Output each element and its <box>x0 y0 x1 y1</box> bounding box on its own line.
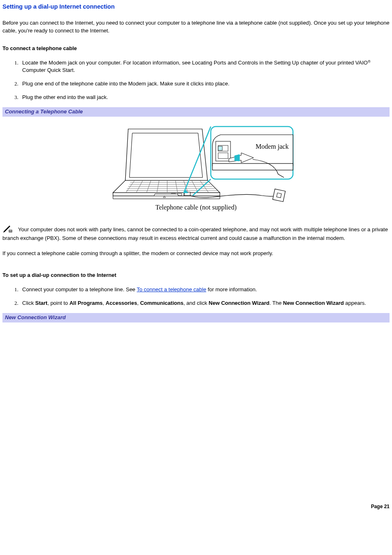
figure-1-caption: Connecting a Telephone Cable <box>2 107 390 117</box>
step2-2: Click Start, point to All Programs, Acce… <box>20 299 390 307</box>
step-3: Plug the other end into the wall jack. <box>20 94 390 101</box>
svg-rect-35 <box>277 193 281 198</box>
steps-connect-cable: Locate the Modem jack on your computer. … <box>2 59 390 101</box>
figure-label-modem: Modem jack <box>256 143 288 150</box>
s22-b2: All Programs <box>69 300 103 306</box>
svg-marker-20 <box>129 133 203 177</box>
note-icon <box>2 225 12 235</box>
step2-1: Connect your computer to a telephone lin… <box>20 286 390 294</box>
svg-marker-22 <box>113 196 220 199</box>
step2-1-pre: Connect your computer to a telephone lin… <box>22 286 137 292</box>
s22-p1: Click <box>22 300 35 306</box>
note-paragraph-1: Your computer does not work with party l… <box>2 225 390 243</box>
s22-p5: , and click <box>183 300 208 306</box>
page-title: Setting up a dial-up Internet connection <box>2 2 390 11</box>
s22-p4: , <box>137 300 140 306</box>
note-paragraph-2: If you connect a telephone cable coming … <box>2 250 390 258</box>
step-2: Plug one end of the telephone cable into… <box>20 80 390 88</box>
svg-rect-30 <box>218 153 228 159</box>
step-1: Locate the Modem jack on your computer. … <box>20 59 390 75</box>
subhead-setup-dialup: To set up a dial-up connection to the In… <box>2 272 390 279</box>
figure-1-illustration: Modem jack Telephone cable (not supplied… <box>89 117 303 211</box>
step2-1-post: for more information. <box>206 286 257 292</box>
figure-label-cable: Telephone cable (not supplied) <box>155 204 236 211</box>
svg-rect-31 <box>218 146 222 150</box>
svg-rect-38 <box>9 230 12 232</box>
s22-p3: , <box>103 300 106 306</box>
steps-setup-dialup: Connect your computer to a telephone lin… <box>2 286 390 307</box>
s22-b1: Start <box>35 300 48 306</box>
step-1-text-pre: Locate the Modem jack on your computer. … <box>22 60 368 66</box>
s22-b4: Communications <box>140 300 183 306</box>
note-1-text: Your computer does not work with party l… <box>2 226 388 242</box>
figure-2-caption: New Connection Wizard <box>2 313 390 322</box>
step-1-text-post: Computer Quick Start. <box>22 67 75 73</box>
s22-b6: New Connection Wizard <box>283 300 344 306</box>
page-number: Page 21 <box>2 503 390 510</box>
link-connect-cable[interactable]: To connect a telephone cable <box>137 286 206 292</box>
intro-paragraph: Before you can connect to the Internet, … <box>2 19 390 35</box>
s22-p6: . The <box>270 300 283 306</box>
svg-marker-33 <box>235 154 240 161</box>
s22-b3: Accessories <box>106 300 137 306</box>
s22-p2: , point to <box>47 300 69 306</box>
svg-rect-27 <box>212 164 293 170</box>
trademark-symbol: ® <box>368 60 371 64</box>
figure-1: Modem jack Telephone cable (not supplied… <box>2 117 390 214</box>
s22-p7: appears. <box>344 300 366 306</box>
s22-b5: New Connection Wizard <box>209 300 270 306</box>
subhead-connect-cable: To connect a telephone cable <box>2 45 390 53</box>
